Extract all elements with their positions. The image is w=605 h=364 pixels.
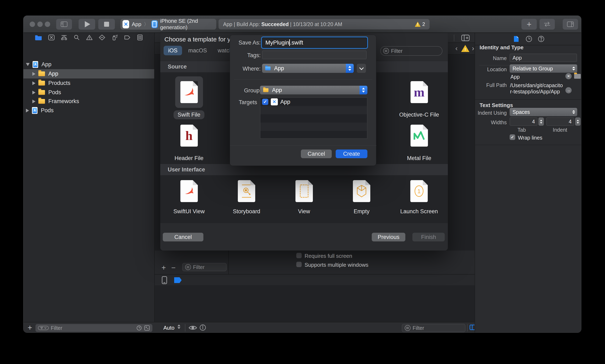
template-launch-screen[interactable]: 1 Launch Screen <box>390 178 448 225</box>
project-navigator-tab[interactable] <box>35 34 42 41</box>
add-target-button[interactable]: + <box>162 263 166 272</box>
disclosure-collapsed-icon[interactable] <box>32 91 35 94</box>
add-toolbar-button[interactable]: + <box>522 19 537 30</box>
template-storyboard[interactable]: Storyboard <box>218 178 275 225</box>
indent-width-field[interactable]: 4 <box>546 117 574 126</box>
nav-row-project-app[interactable]: A App <box>23 60 154 69</box>
where-popup[interactable]: App <box>262 64 354 73</box>
template-view[interactable]: View <box>275 178 333 225</box>
run-button[interactable] <box>79 19 95 30</box>
console-filter-field[interactable]: Filter <box>402 324 466 332</box>
template-label: Empty <box>354 208 370 215</box>
target-row-app[interactable]: ✓ ✕ App <box>261 98 367 106</box>
tab-width-field[interactable]: 4 <box>510 117 537 126</box>
tab-macos[interactable]: macOS <box>184 46 211 55</box>
filter-icon <box>405 325 411 331</box>
previous-issue-icon[interactable]: ‹ <box>455 44 458 52</box>
close-window-button[interactable] <box>30 22 35 27</box>
scheme-selector[interactable]: ✕ App 〉 iPhone SE (2nd generation) <box>121 19 216 30</box>
test-navigator-tab[interactable] <box>98 34 106 41</box>
info-icon[interactable] <box>199 324 206 331</box>
find-navigator-tab[interactable] <box>73 34 80 41</box>
version-editor-button[interactable] <box>539 19 555 30</box>
help-inspector-tab-icon[interactable] <box>538 36 544 42</box>
dialog-cancel-button[interactable]: Cancel <box>301 149 332 158</box>
template-swift-file[interactable]: Swift File <box>160 76 218 124</box>
group-popup[interactable]: App <box>260 86 367 94</box>
file-inspector-tab-icon[interactable] <box>513 35 519 42</box>
debug-navigator-tab[interactable] <box>111 34 118 41</box>
sheet-finish-button[interactable]: Finish <box>412 233 445 241</box>
auto-variables-dropdown[interactable]: Auto <box>163 325 175 331</box>
requires-full-screen-checkbox[interactable] <box>296 253 302 258</box>
folder-icon <box>38 90 45 95</box>
template-metal-file[interactable]: Metal File <box>390 120 448 168</box>
desktop: ✕ App 〉 iPhone SE (2nd generation) App |… <box>0 0 605 364</box>
nav-row-group-app[interactable]: App <box>23 69 154 78</box>
nav-row-frameworks[interactable]: Frameworks <box>23 97 154 106</box>
filter-placeholder: Filter <box>391 48 403 54</box>
dialog-create-button[interactable]: Create <box>336 149 367 158</box>
add-editor-icon[interactable] <box>461 35 470 41</box>
template-filter-field[interactable]: Filter <box>380 46 442 56</box>
device-icon[interactable] <box>162 276 167 284</box>
minimize-window-button[interactable] <box>37 22 43 27</box>
status-text: App | Build App: Succeeded | 10/13/20 at… <box>223 21 342 27</box>
disclosure-collapsed-icon[interactable] <box>32 81 35 85</box>
remove-target-button[interactable]: − <box>171 263 176 272</box>
source-control-tab[interactable] <box>48 34 55 41</box>
supports-multiple-windows-checkbox[interactable] <box>296 262 302 267</box>
launch-screen-icon: 1 <box>410 180 428 202</box>
wrap-lines-checkbox[interactable]: ✓ <box>510 134 515 140</box>
template-swiftui-view[interactable]: SwiftUI View <box>160 178 218 225</box>
sheet-cancel-button[interactable]: Cancel <box>163 233 203 241</box>
open-path-arrow-icon[interactable]: → <box>565 87 572 93</box>
add-file-button[interactable]: + <box>28 323 32 332</box>
zoom-window-button[interactable] <box>45 22 50 27</box>
breakpoint-navigator-tab[interactable] <box>124 34 131 41</box>
navigator-filter-field[interactable]: Filter <box>35 324 152 332</box>
name-field[interactable]: App <box>510 54 577 62</box>
toggle-navigator-button[interactable] <box>56 19 72 30</box>
auto-stepper-icon[interactable] <box>178 325 180 329</box>
editor-options-button[interactable] <box>563 19 578 30</box>
template-objective-c-file[interactable]: m Objective-C File <box>390 76 448 124</box>
quicklook-eye-icon[interactable] <box>189 325 197 330</box>
tab-width-stepper[interactable] <box>538 117 544 126</box>
disclosure-collapsed-icon[interactable] <box>32 100 35 103</box>
tags-input[interactable] <box>262 51 367 59</box>
nav-row-pods-group[interactable]: Pods <box>23 88 154 97</box>
nav-row-project-pods[interactable]: A Pods <box>23 106 154 115</box>
indent-using-popup[interactable]: Spaces <box>510 108 577 116</box>
unsaved-files-icon[interactable] <box>144 325 150 331</box>
flag-icon[interactable] <box>174 277 182 283</box>
indent-width-stepper[interactable] <box>575 117 580 126</box>
location-popup[interactable]: Relative to Group <box>510 65 577 73</box>
history-inspector-tab-icon[interactable] <box>526 36 532 42</box>
tab-ios[interactable]: iOS <box>164 46 182 55</box>
sheet-previous-button[interactable]: Previous <box>372 233 405 241</box>
template-empty[interactable]: Empty <box>333 178 390 225</box>
next-issue-icon[interactable]: › <box>472 44 474 52</box>
template-header-file[interactable]: h Header File <box>160 120 218 168</box>
choose-folder-icon[interactable] <box>574 74 581 79</box>
issue-navigator-tab[interactable] <box>86 34 93 41</box>
expand-save-panel-button[interactable] <box>357 64 366 73</box>
nav-row-products[interactable]: Products <box>23 78 154 88</box>
disclosure-expanded-icon[interactable] <box>26 63 30 66</box>
clear-location-icon[interactable]: ✕ <box>565 73 572 79</box>
issue-warning-icon[interactable] <box>461 45 469 52</box>
report-navigator-tab[interactable] <box>137 34 143 41</box>
filename-input[interactable]: MyPlugin.swift <box>262 38 367 48</box>
disclosure-collapsed-icon[interactable] <box>32 72 35 76</box>
targets-filter-field[interactable]: Filter <box>182 263 227 271</box>
stop-button[interactable] <box>98 19 115 30</box>
issues-badge[interactable]: 2 <box>415 21 425 27</box>
recent-files-icon[interactable] <box>136 325 142 331</box>
target-checkbox-checked[interactable]: ✓ <box>262 99 268 105</box>
disclosure-collapsed-icon[interactable] <box>26 109 29 112</box>
filter-options-icon[interactable] <box>38 326 49 330</box>
symbol-navigator-tab[interactable] <box>61 34 68 41</box>
empty-list-row <box>261 123 367 131</box>
metal-file-icon <box>411 125 428 147</box>
